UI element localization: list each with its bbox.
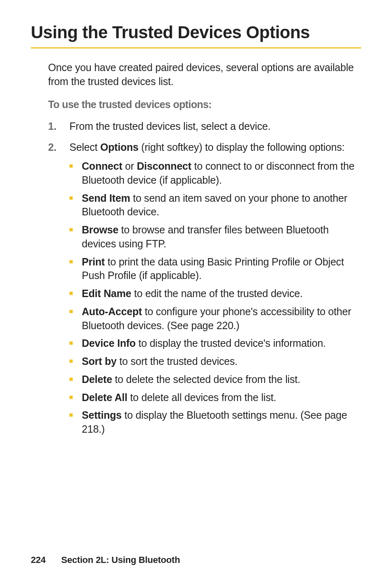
intro-paragraph: Once you have created paired devices, se… xyxy=(48,61,361,89)
option-text: Sort by to sort the trusted devices. xyxy=(82,355,361,369)
option-item: Print to print the data using Basic Prin… xyxy=(69,255,361,283)
option-bold: Send Item xyxy=(82,192,130,204)
step-marker: 1. xyxy=(48,120,69,134)
option-rest: to delete the selected device from the l… xyxy=(112,374,300,385)
option-mid: or xyxy=(122,160,137,172)
bullet-icon xyxy=(69,305,82,313)
option-item: Sort by to sort the trusted devices. xyxy=(69,355,361,369)
option-text: Delete to delete the selected device fro… xyxy=(82,373,361,387)
option-text: Print to print the data using Basic Prin… xyxy=(82,255,361,283)
bullet-icon xyxy=(69,223,82,231)
option-rest: to sort the trusted devices. xyxy=(117,355,238,367)
step-marker: 2. xyxy=(48,141,69,154)
option-text: Delete All to delete all devices from th… xyxy=(82,391,361,405)
option-rest: to delete all devices from the list. xyxy=(127,392,276,403)
bullet-icon xyxy=(69,373,82,381)
option-item: Send Item to send an item saved on your … xyxy=(69,191,361,219)
footer-page-number: 224 xyxy=(31,555,46,565)
option-bold: Settings xyxy=(82,409,122,421)
option-item: Settings to display the Bluetooth settin… xyxy=(69,408,361,436)
option-bold: Delete xyxy=(82,374,112,385)
option-rest: to print the data using Basic Printing P… xyxy=(82,256,344,281)
bullet-icon xyxy=(69,287,82,295)
option-rest: to display the Bluetooth settings menu. … xyxy=(82,409,347,435)
option-item: Device Info to display the trusted devic… xyxy=(69,337,361,350)
step-suffix: (right softkey) to display the following… xyxy=(138,141,344,153)
bullet-icon xyxy=(69,159,82,168)
option-text: Auto-Accept to configure your phone's ac… xyxy=(82,305,361,333)
option-rest: to browse and transfer files between Blu… xyxy=(82,224,329,249)
option-text: Send Item to send an item saved on your … xyxy=(82,191,361,219)
procedure-subheading: To use the trusted devices options: xyxy=(48,99,361,111)
option-text: Device Info to display the trusted devic… xyxy=(82,337,361,350)
option-bold: Delete All xyxy=(82,392,127,403)
option-item: Delete to delete the selected device fro… xyxy=(69,373,361,387)
option-rest: to display the trusted device's informat… xyxy=(136,337,326,349)
option-item: Edit Name to edit the name of the truste… xyxy=(69,287,361,301)
step-text: From the trusted devices list, select a … xyxy=(69,120,361,134)
option-bold: Device Info xyxy=(82,337,136,349)
bullet-icon xyxy=(69,337,82,345)
option-item: Delete All to delete all devices from th… xyxy=(69,391,361,405)
options-list: Connect or Disconnect to connect to or d… xyxy=(69,159,361,436)
step-bold: Options xyxy=(100,141,138,153)
step-text: Select Options (right softkey) to displa… xyxy=(69,141,361,440)
option-bold: Edit Name xyxy=(82,288,131,299)
option-item: Browse to browse and transfer files betw… xyxy=(69,223,361,251)
option-text: Edit Name to edit the name of the truste… xyxy=(82,287,361,301)
page-title: Using the Trusted Devices Options xyxy=(31,23,361,48)
option-bold: Print xyxy=(82,256,105,267)
option-bold: Connect xyxy=(82,160,122,172)
option-bold2: Disconnect xyxy=(137,160,191,172)
option-item: Auto-Accept to configure your phone's ac… xyxy=(69,305,361,333)
step-item: 1. From the trusted devices list, select… xyxy=(48,120,361,134)
page-footer: 224 Section 2L: Using Bluetooth xyxy=(31,555,180,565)
option-rest: to edit the name of the trusted device. xyxy=(131,288,302,299)
step-prefix: Select xyxy=(69,141,100,153)
bullet-icon xyxy=(69,255,82,263)
option-bold: Browse xyxy=(82,224,118,235)
option-text: Settings to display the Bluetooth settin… xyxy=(82,408,361,436)
option-text: Connect or Disconnect to connect to or d… xyxy=(82,159,361,187)
option-text: Browse to browse and transfer files betw… xyxy=(82,223,361,251)
bullet-icon xyxy=(69,191,82,200)
step-item: 2. Select Options (right softkey) to dis… xyxy=(48,141,361,440)
bullet-icon xyxy=(69,355,82,363)
option-bold: Sort by xyxy=(82,355,117,367)
option-item: Connect or Disconnect to connect to or d… xyxy=(69,159,361,187)
bullet-icon xyxy=(69,391,82,399)
option-bold: Auto-Accept xyxy=(82,306,142,317)
bullet-icon xyxy=(69,408,82,417)
steps-list: 1. From the trusted devices list, select… xyxy=(48,120,361,440)
footer-section-label: Section 2L: Using Bluetooth xyxy=(61,555,180,565)
